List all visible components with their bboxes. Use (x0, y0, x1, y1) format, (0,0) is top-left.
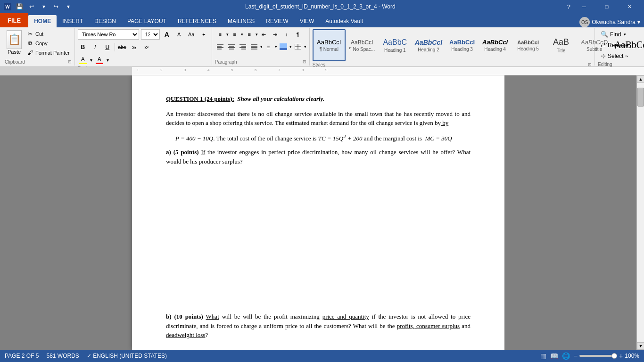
borders-button[interactable] (293, 41, 303, 52)
document-page[interactable]: QUESTION 1 (24 points): Show all your ca… (132, 75, 504, 350)
align-left-button[interactable] (215, 41, 225, 52)
style-heading5[interactable]: AaBbCcI Heading 5 (512, 29, 545, 61)
line-spacing-button[interactable]: ≡ (264, 41, 274, 52)
clipboard-group: 📋 Paste ✂ Cut ⧉ Copy 🖌 Format Painter (2, 28, 75, 66)
save-button[interactable]: 💾 (14, 1, 25, 12)
borders-dropdown[interactable]: ▾ (304, 44, 306, 49)
text-highlight-button[interactable]: A (78, 55, 88, 65)
justify-button[interactable] (249, 41, 259, 52)
find-button[interactable]: 🔍 Find ▾ (598, 29, 631, 39)
tab-design[interactable]: DESIGN (89, 15, 122, 27)
style-heading1[interactable]: AaBbC Heading 1 (379, 29, 412, 61)
bullets-dropdown[interactable]: ▾ (226, 32, 229, 37)
minimize-button[interactable]: ─ (573, 0, 595, 13)
tab-references[interactable]: REFERENCES (172, 15, 222, 27)
change-case-button[interactable]: Aa (186, 29, 197, 40)
align-right-button[interactable] (238, 41, 248, 52)
highlight-dropdown[interactable]: ▾ (90, 58, 92, 63)
numbering-dropdown[interactable]: ▾ (241, 32, 243, 37)
justify-dropdown[interactable]: ▾ (260, 44, 263, 49)
paragraph-expand-icon[interactable]: ⊡ (303, 59, 306, 64)
copy-button[interactable]: ⧉ Copy (25, 39, 72, 48)
shading-button[interactable] (278, 41, 289, 52)
undo-dropdown[interactable]: ▾ (39, 1, 49, 12)
redo-button[interactable]: ↪ (51, 1, 61, 12)
increase-indent-button[interactable]: ⇥ (270, 29, 281, 40)
scrollbar-thumb[interactable] (637, 88, 644, 107)
clipboard-expand-icon[interactable]: ⊡ (68, 59, 72, 64)
close-button[interactable]: ✕ (619, 0, 640, 13)
undo-button[interactable]: ↩ (26, 1, 37, 12)
restore-button[interactable]: □ (596, 0, 618, 13)
align-center-button[interactable] (226, 41, 237, 52)
font-name-select[interactable]: Times New Ro (78, 29, 139, 40)
font-size-select[interactable]: 12 (141, 29, 160, 40)
vertical-scrollbar[interactable]: ▲ ▼ (636, 75, 644, 350)
scrollbar-track[interactable] (637, 83, 644, 342)
italic-button[interactable]: I (90, 42, 100, 52)
ruler-mark-1: 1 (137, 68, 139, 72)
user-account[interactable]: OS Okwuoha Sandra ▾ (579, 17, 644, 27)
tab-mailings[interactable]: MAILINGS (222, 15, 260, 27)
style-no-spacing-label: ¶ No Spac... (349, 47, 375, 52)
strikethrough-button[interactable]: abc (117, 42, 127, 52)
multilevel-dropdown[interactable]: ▾ (256, 32, 258, 37)
style-h3-label: Heading 3 (451, 47, 473, 52)
scroll-down-button[interactable]: ▼ (637, 342, 644, 350)
numbering-button[interactable]: ≡ (230, 29, 240, 40)
underline-button[interactable]: U (102, 42, 113, 52)
replace-button[interactable]: ⇄ Replace (598, 40, 631, 50)
styles-expand-icon[interactable]: ⊡ (588, 62, 592, 67)
clear-format-button[interactable]: ✦ (198, 29, 209, 40)
text-color-button[interactable]: A (94, 55, 105, 65)
style-heading3[interactable]: AaBbCcI Heading 3 (446, 29, 479, 61)
paragraph-b: b) (10 points) What will be will be the … (166, 312, 471, 340)
find-dropdown-icon[interactable]: ▾ (624, 32, 626, 37)
cut-label: Cut (35, 31, 43, 37)
subscript-button[interactable]: x₂ (129, 42, 140, 52)
tab-review[interactable]: REVIEW (260, 15, 294, 27)
decrease-indent-button[interactable]: ⇤ (259, 29, 269, 40)
scroll-up-button[interactable]: ▲ (637, 75, 644, 83)
sub-b-profits: profits, consumer surplus (397, 322, 460, 329)
left-margin (0, 75, 132, 350)
bold-button[interactable]: B (78, 42, 88, 52)
tab-insert[interactable]: INSERT (57, 15, 89, 27)
quick-access-customize[interactable]: ▾ (63, 1, 74, 12)
tab-autodesk[interactable]: Autodesk Vault (320, 15, 369, 27)
sub-b-price-quantity: price and quantity (322, 313, 369, 320)
style-no-spacing[interactable]: AaBbCcI ¶ No Spac... (346, 29, 379, 61)
tab-home[interactable]: HOME (28, 15, 57, 27)
cut-button[interactable]: ✂ Cut (25, 29, 72, 39)
select-button[interactable]: ⊹ Select ~ (598, 51, 631, 61)
sub-b-deadweight: deadweight loss (166, 331, 205, 338)
sort-button[interactable]: ↕ (281, 29, 292, 40)
paragraph-a: a) (5 points) If the investor engages in… (166, 148, 471, 166)
style-heading2[interactable]: AaBbCcI Heading 2 (412, 29, 446, 61)
text-color-bar (96, 63, 103, 64)
text-color-dropdown[interactable]: ▾ (107, 58, 109, 63)
clipboard-group-bottom: Clipboard ⊡ (5, 58, 72, 65)
superscript-button[interactable]: x² (141, 42, 152, 52)
style-title[interactable]: AaB Title (545, 29, 578, 61)
style-normal[interactable]: AaBbCcI ¶ Normal (313, 29, 346, 61)
font-grow-button[interactable]: A (162, 29, 172, 40)
user-dropdown-icon[interactable]: ▾ (637, 19, 640, 25)
title-bar-left: W 💾 ↩ ▾ ↪ ▾ (4, 1, 74, 12)
tab-file[interactable]: FILE (0, 13, 28, 27)
shading-dropdown[interactable]: ▾ (289, 44, 292, 49)
multilevel-button[interactable]: ≡ (244, 29, 255, 40)
tab-view[interactable]: VIEW (294, 15, 320, 27)
help-button[interactable]: ? (567, 3, 570, 10)
question-subheading: Show all your calculations clearly. (236, 95, 324, 102)
font-shrink-button[interactable]: A (174, 29, 184, 40)
show-formatting-button[interactable]: ¶ (293, 29, 303, 40)
style-heading4[interactable]: AaBbCcI Heading 4 (479, 29, 512, 61)
paragraph-group: ≡ ▾ ≡ ▾ ≡ ▾ ⇤ ⇥ ↕ ¶ (212, 28, 310, 66)
bullets-button[interactable]: ≡ (215, 29, 225, 40)
format-painter-button[interactable]: 🖌 Format Painter (25, 48, 72, 58)
title-bar-right: ? ─ □ ✕ (567, 0, 640, 13)
paste-button[interactable]: 📋 Paste (5, 29, 24, 56)
tab-page-layout[interactable]: PAGE LAYOUT (122, 15, 172, 27)
line-spacing-dropdown[interactable]: ▾ (275, 44, 277, 49)
